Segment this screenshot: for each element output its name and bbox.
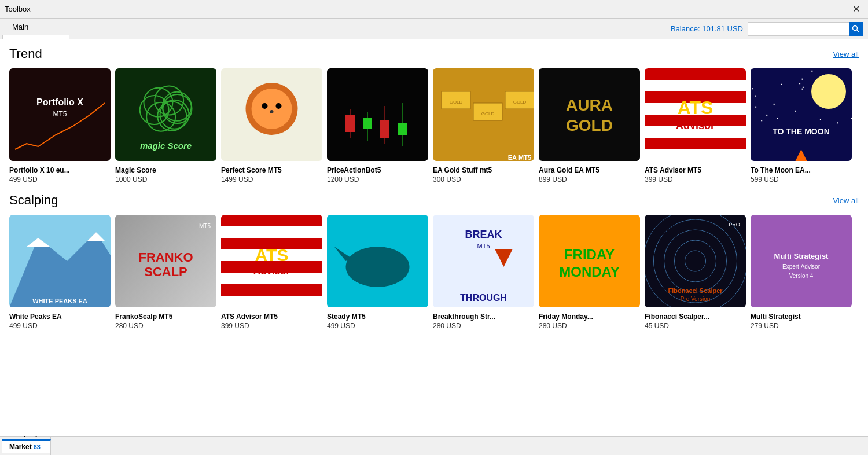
product-thumbnail bbox=[751, 215, 852, 307]
top-tabs-container: MainExpertsIndicatorsLibrariesUtilitiesF… bbox=[2, 19, 69, 39]
product-thumbnail bbox=[9, 215, 111, 307]
product-thumbnail bbox=[327, 215, 428, 307]
product-name: Perfect Score MT5 bbox=[221, 166, 322, 174]
balance-link[interactable]: Balance: 101.81 USD bbox=[671, 24, 743, 33]
product-price: 279 USD bbox=[751, 322, 852, 330]
view-all-scalping[interactable]: View all bbox=[833, 196, 859, 205]
section-header-scalping: ScalpingView all bbox=[9, 193, 859, 208]
search-button[interactable] bbox=[849, 22, 863, 36]
product-price: 499 USD bbox=[9, 322, 111, 330]
product-price: 1000 USD bbox=[115, 175, 216, 184]
tab-main[interactable]: Main bbox=[2, 19, 69, 35]
product-name: PriceActionBot5 bbox=[327, 166, 428, 174]
product-name: Breakthrough Str... bbox=[433, 313, 534, 321]
product-price: 1200 USD bbox=[327, 175, 428, 184]
search-box bbox=[748, 22, 863, 36]
product-thumbnail bbox=[115, 215, 216, 307]
product-price: 280 USD bbox=[433, 322, 534, 330]
product-item[interactable]: To The Moon EA...599 USD bbox=[751, 68, 852, 184]
product-price: 399 USD bbox=[645, 175, 746, 184]
product-name: FrankoScalp MT5 bbox=[115, 313, 216, 321]
product-item[interactable]: ATS Advisor MT5399 USD bbox=[645, 68, 746, 184]
close-button[interactable]: ✕ bbox=[849, 2, 863, 16]
section-trend: TrendView allPortfolio X 10 eu...499 USD… bbox=[9, 46, 859, 184]
product-item[interactable]: Multi Strategist279 USD bbox=[751, 215, 852, 330]
svg-point-0 bbox=[853, 25, 858, 30]
product-name: ATS Advisor MT5 bbox=[221, 313, 322, 321]
product-item[interactable]: Magic Score1000 USD bbox=[115, 68, 216, 184]
tab-bar-right: Balance: 101.81 USD bbox=[671, 19, 868, 39]
search-icon bbox=[852, 25, 860, 33]
product-item[interactable]: Fibonacci Scalper...45 USD bbox=[645, 215, 746, 330]
product-item[interactable]: Aura Gold EA MT5899 USD bbox=[539, 68, 640, 184]
product-name: Friday Monday... bbox=[539, 313, 640, 321]
product-price: 499 USD bbox=[9, 175, 111, 184]
sections-container: TrendView allPortfolio X 10 eu...499 USD… bbox=[9, 46, 859, 330]
product-name: To The Moon EA... bbox=[751, 166, 852, 174]
product-name: Portfolio X 10 eu... bbox=[9, 166, 111, 174]
product-thumbnail bbox=[433, 68, 534, 161]
product-price: 280 USD bbox=[539, 322, 640, 330]
product-thumbnail bbox=[645, 215, 746, 307]
product-thumbnail bbox=[539, 215, 640, 307]
product-price: 300 USD bbox=[433, 175, 534, 184]
product-price: 45 USD bbox=[645, 322, 746, 330]
product-thumbnail bbox=[539, 68, 640, 161]
product-name: Fibonacci Scalper... bbox=[645, 313, 746, 321]
product-price: 599 USD bbox=[751, 175, 852, 184]
view-all-trend[interactable]: View all bbox=[833, 50, 859, 58]
bottom-tab-alerts[interactable]: Alerts bbox=[2, 453, 51, 456]
product-name: ATS Advisor MT5 bbox=[645, 166, 746, 174]
product-name: EA Gold Stuff mt5 bbox=[433, 166, 534, 174]
product-grid-trend: Portfolio X 10 eu...499 USDMagic Score10… bbox=[9, 68, 859, 184]
product-item[interactable]: FrankoScalp MT5280 USD bbox=[115, 215, 216, 330]
product-thumbnail bbox=[221, 215, 322, 307]
product-item[interactable]: Perfect Score MT51499 USD bbox=[221, 68, 322, 184]
product-item[interactable]: White Peaks EA499 USD bbox=[9, 215, 111, 330]
product-grid-scalping: White Peaks EA499 USDFrankoScalp MT5280 … bbox=[9, 215, 859, 330]
product-price: 399 USD bbox=[221, 322, 322, 330]
product-price: 1499 USD bbox=[221, 175, 322, 184]
product-thumbnail bbox=[645, 68, 746, 161]
product-item[interactable]: Breakthrough Str...280 USD bbox=[433, 215, 534, 330]
section-title-scalping: Scalping bbox=[9, 193, 58, 208]
product-item[interactable]: Steady MT5499 USD bbox=[327, 215, 428, 330]
bottom-tab-market[interactable]: Market63 bbox=[2, 439, 51, 453]
product-thumbnail bbox=[9, 68, 111, 161]
main-content: TrendView allPortfolio X 10 eu...499 USD… bbox=[0, 39, 868, 436]
product-price: 899 USD bbox=[539, 175, 640, 184]
section-scalping: ScalpingView allWhite Peaks EA499 USDFra… bbox=[9, 193, 859, 330]
bottom-tab-badge-market: 63 bbox=[34, 443, 41, 450]
product-thumbnail bbox=[433, 215, 534, 307]
product-thumbnail bbox=[221, 68, 322, 161]
product-name: Multi Strategist bbox=[751, 313, 852, 321]
title-bar: Toolbox ✕ bbox=[0, 0, 868, 19]
svg-line-1 bbox=[857, 30, 859, 32]
product-name: Aura Gold EA MT5 bbox=[539, 166, 640, 174]
product-name: Steady MT5 bbox=[327, 313, 428, 321]
product-item[interactable]: Portfolio X 10 eu...499 USD bbox=[9, 68, 111, 184]
tab-bar: MainExpertsIndicatorsLibrariesUtilitiesF… bbox=[0, 19, 868, 39]
product-item[interactable]: EA Gold Stuff mt5300 USD bbox=[433, 68, 534, 184]
bottom-bar: TradeExposureHistoryNewsMailbox6Calendar… bbox=[0, 436, 868, 455]
product-item[interactable]: PriceActionBot51200 USD bbox=[327, 68, 428, 184]
product-price: 280 USD bbox=[115, 322, 216, 330]
product-name: White Peaks EA bbox=[9, 313, 111, 321]
product-thumbnail bbox=[751, 68, 852, 161]
product-item[interactable]: Friday Monday...280 USD bbox=[539, 215, 640, 330]
app-title: Toolbox bbox=[5, 5, 31, 13]
section-header-trend: TrendView all bbox=[9, 46, 859, 61]
product-thumbnail bbox=[327, 68, 428, 161]
product-name: Magic Score bbox=[115, 166, 216, 174]
product-price: 499 USD bbox=[327, 322, 428, 330]
section-title-trend: Trend bbox=[9, 46, 42, 61]
product-thumbnail bbox=[115, 68, 216, 161]
search-input[interactable] bbox=[748, 24, 849, 34]
product-item[interactable]: ATS Advisor MT5399 USD bbox=[221, 215, 322, 330]
